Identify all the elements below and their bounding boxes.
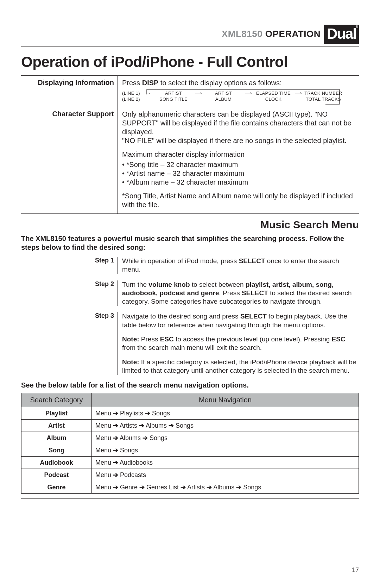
navigation-cell: Menu ➔ Genre ➔ Genres List ➔ Artists ➔ A… (92, 481, 359, 494)
table-row: SongMenu ➔ Songs (21, 444, 359, 457)
footer-rule (21, 498, 359, 499)
arrow-icon: → (144, 90, 153, 97)
step-label: Step 3 (21, 312, 118, 375)
diagram-cell: CLOCK (254, 97, 292, 102)
step-body: While in operation of iPod mode, press S… (118, 257, 359, 274)
character-support-block: Character Support Only alphanumeric char… (21, 107, 359, 213)
navigation-table: Search Category Menu Navigation Playlist… (21, 393, 359, 494)
step-text: While in operation of iPod mode, press S… (122, 257, 359, 274)
diagram-cell: TOTAL TRACKS (304, 97, 342, 102)
header-rule (21, 47, 359, 47)
registered-mark: ® (356, 25, 358, 29)
char-max-info: Maximum character display information *S… (122, 150, 359, 187)
music-search-intro: The XML8150 features a powerful music se… (21, 234, 359, 252)
navigation-cell: Menu ➔ Artists ➔ Albums ➔ Songs (92, 420, 359, 432)
table-row: ArtistMenu ➔ Artists ➔ Albums ➔ Songs (21, 420, 359, 432)
info-section: Displaying Information Press DISP to sel… (21, 75, 359, 214)
diagram-cell: ARTIST (204, 91, 242, 96)
model-number: XML8150 (222, 29, 262, 39)
category-cell: Genre (21, 481, 92, 494)
music-search-heading: Music Search Menu (21, 219, 359, 231)
th-navigation: Menu Navigation (92, 393, 359, 407)
display-options-diagram: (LINE 1)→ARTIST⟶ARTIST⟶ELAPSED TIME⟶TRAC… (122, 90, 359, 103)
step-note: Note: Press ESC to access the previous l… (122, 335, 359, 352)
line1-label: (LINE 1) (122, 91, 142, 96)
bullet-item: *Album name – 32 character maximum (122, 178, 359, 187)
bullet-item: *Artist name – 32 character maximum (122, 169, 359, 178)
navigation-cell: Menu ➔ Songs (92, 444, 359, 457)
table-row: AlbumMenu ➔ Albums ➔ Songs (21, 432, 359, 444)
table-header-row: Search Category Menu Navigation (21, 393, 359, 407)
disp-key: DISP (142, 79, 159, 87)
step-text: Navigate to the desired song and press S… (122, 312, 359, 329)
displaying-information-label: Displaying Information (21, 76, 118, 107)
page-title: Operation of iPod/iPhone - Full Control (21, 54, 359, 70)
step-body: Turn the volume knob to select between p… (118, 280, 359, 306)
diagram-cell: ALBUM (204, 97, 242, 102)
table-row: PodcastMenu ➔ Podcasts (21, 469, 359, 481)
arrow-icon: ⟶ (244, 90, 253, 97)
char-bullets: *Song title – 32 character maximum*Artis… (122, 160, 359, 187)
line2-label: (LINE 2) (122, 97, 142, 102)
th-category: Search Category (21, 393, 92, 407)
category-cell: Artist (21, 420, 92, 432)
step-note: Note: If a specific category is selected… (122, 358, 359, 375)
category-cell: Album (21, 432, 92, 444)
char-para-1: Only alphanumeric characters can be disp… (122, 110, 359, 145)
table-row: PlaylistMenu ➔ Playlists ➔ Songs (21, 407, 359, 420)
arrow-icon: ⟶ (294, 90, 303, 97)
logo-text: Dual (327, 25, 356, 42)
step-row: Step 3Navigate to the desired song and p… (21, 312, 359, 375)
brand-logo: Dual® (324, 25, 359, 44)
displaying-information-body: Press DISP to select the display options… (118, 76, 359, 107)
navigation-cell: Menu ➔ Audiobooks (92, 457, 359, 469)
header-text: XML8150 OPERATION (222, 29, 321, 39)
step-text: Turn the volume knob to select between p… (122, 280, 359, 306)
table-row: AudiobookMenu ➔ Audiobooks (21, 457, 359, 469)
table-intro: See the below table for a list of the se… (21, 381, 359, 389)
diagram-cell: ARTIST (154, 91, 192, 96)
bullet-item: *Song title – 32 character maximum (122, 160, 359, 169)
category-cell: Playlist (21, 407, 92, 420)
diagram-cell: TRACK NUMBER (304, 91, 342, 96)
category-cell: Song (21, 444, 92, 457)
step-row: Step 2Turn the volume knob to select bet… (21, 280, 359, 306)
navigation-cell: Menu ➔ Albums ➔ Songs (92, 432, 359, 444)
disp-intro-post: to select the display options as follows… (158, 79, 281, 87)
category-cell: Podcast (21, 469, 92, 481)
header-operation: OPERATION (265, 29, 321, 39)
character-support-body: Only alphanumeric characters can be disp… (118, 107, 359, 213)
char-footnote: *Song Title, Artist Name and Album name … (122, 192, 359, 209)
step-label: Step 2 (21, 280, 118, 306)
page-number: 17 (352, 567, 359, 574)
diagram-cell: ELAPSED TIME (254, 91, 292, 96)
disp-intro-pre: Press (122, 79, 142, 87)
page-header: XML8150 OPERATION Dual® (21, 25, 359, 44)
character-support-label: Character Support (21, 107, 118, 213)
arrow-icon: ⟶ (194, 90, 203, 97)
steps-list: Step 1While in operation of iPod mode, p… (21, 257, 359, 375)
step-body: Navigate to the desired song and press S… (118, 312, 359, 375)
displaying-information-block: Displaying Information Press DISP to sel… (21, 76, 359, 107)
step-label: Step 1 (21, 257, 118, 274)
table-row: GenreMenu ➔ Genre ➔ Genres List ➔ Artist… (21, 481, 359, 494)
step-row: Step 1While in operation of iPod mode, p… (21, 257, 359, 274)
navigation-cell: Menu ➔ Podcasts (92, 469, 359, 481)
navigation-cell: Menu ➔ Playlists ➔ Songs (92, 407, 359, 420)
max-heading: Maximum character display information (122, 150, 359, 159)
diagram-cell: SONG TITLE (154, 97, 192, 102)
category-cell: Audiobook (21, 457, 92, 469)
